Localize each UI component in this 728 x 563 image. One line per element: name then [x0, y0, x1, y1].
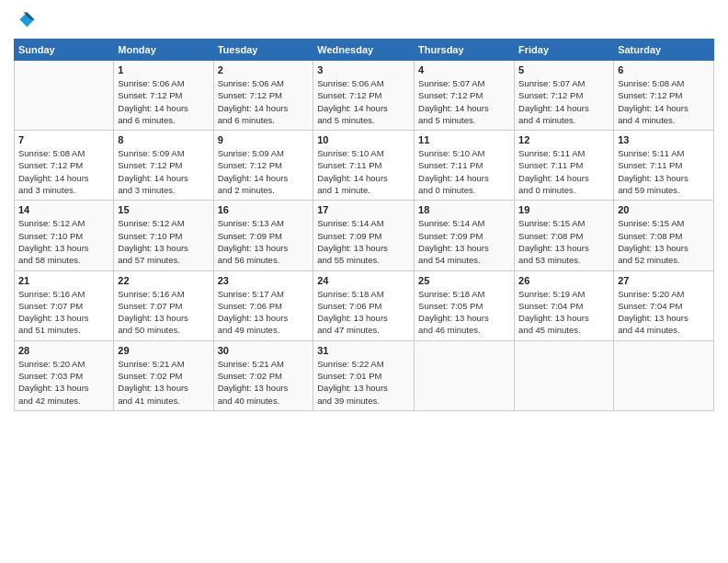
day-number: 14 — [18, 204, 109, 215]
calendar-cell — [15, 61, 114, 131]
day-info: Sunrise: 5:19 AM Sunset: 7:04 PM Dayligh… — [518, 288, 609, 337]
calendar-cell: 25Sunrise: 5:18 AM Sunset: 7:05 PM Dayli… — [415, 270, 515, 340]
day-number: 20 — [618, 204, 710, 215]
logo-icon — [14, 9, 36, 31]
calendar-cell: 26Sunrise: 5:19 AM Sunset: 7:04 PM Dayli… — [515, 270, 614, 340]
day-number: 15 — [118, 204, 209, 215]
day-info: Sunrise: 5:22 AM Sunset: 7:01 PM Dayligh… — [317, 358, 410, 407]
day-number: 8 — [118, 134, 209, 145]
day-info: Sunrise: 5:17 AM Sunset: 7:06 PM Dayligh… — [218, 288, 310, 337]
week-row-3: 14Sunrise: 5:12 AM Sunset: 7:10 PM Dayli… — [15, 201, 714, 270]
day-info: Sunrise: 5:11 AM Sunset: 7:11 PM Dayligh… — [618, 147, 710, 196]
day-number: 17 — [317, 204, 410, 215]
calendar-cell: 1Sunrise: 5:06 AM Sunset: 7:12 PM Daylig… — [114, 61, 213, 131]
calendar-cell: 22Sunrise: 5:16 AM Sunset: 7:07 PM Dayli… — [114, 270, 213, 340]
day-number: 22 — [118, 275, 209, 286]
day-info: Sunrise: 5:09 AM Sunset: 7:12 PM Dayligh… — [218, 147, 310, 196]
calendar-cell: 15Sunrise: 5:12 AM Sunset: 7:10 PM Dayli… — [114, 201, 213, 270]
day-info: Sunrise: 5:16 AM Sunset: 7:07 PM Dayligh… — [18, 288, 109, 337]
day-info: Sunrise: 5:16 AM Sunset: 7:07 PM Dayligh… — [118, 288, 209, 337]
day-number: 27 — [618, 275, 710, 286]
calendar-cell: 16Sunrise: 5:13 AM Sunset: 7:09 PM Dayli… — [213, 201, 313, 270]
calendar-cell: 3Sunrise: 5:06 AM Sunset: 7:12 PM Daylig… — [313, 61, 415, 131]
day-number: 30 — [218, 345, 310, 356]
calendar-cell: 19Sunrise: 5:15 AM Sunset: 7:08 PM Dayli… — [515, 201, 614, 270]
calendar-cell: 27Sunrise: 5:20 AM Sunset: 7:04 PM Dayli… — [614, 270, 714, 340]
day-number: 13 — [618, 134, 710, 145]
calendar-cell: 5Sunrise: 5:07 AM Sunset: 7:12 PM Daylig… — [515, 61, 614, 131]
header-cell-sunday: Sunday — [15, 40, 114, 61]
day-info: Sunrise: 5:11 AM Sunset: 7:11 PM Dayligh… — [518, 147, 609, 196]
calendar-cell: 14Sunrise: 5:12 AM Sunset: 7:10 PM Dayli… — [15, 201, 114, 270]
header-row: SundayMondayTuesdayWednesdayThursdayFrid… — [15, 40, 714, 61]
calendar-cell: 13Sunrise: 5:11 AM Sunset: 7:11 PM Dayli… — [614, 131, 714, 201]
header-cell-saturday: Saturday — [614, 40, 714, 61]
header-cell-thursday: Thursday — [415, 40, 515, 61]
calendar-cell: 17Sunrise: 5:14 AM Sunset: 7:09 PM Dayli… — [313, 201, 415, 270]
day-number: 12 — [518, 134, 609, 145]
day-info: Sunrise: 5:18 AM Sunset: 7:05 PM Dayligh… — [418, 288, 510, 337]
day-info: Sunrise: 5:12 AM Sunset: 7:10 PM Dayligh… — [18, 217, 109, 266]
header-cell-monday: Monday — [114, 40, 213, 61]
logo — [14, 9, 40, 31]
calendar-cell: 18Sunrise: 5:14 AM Sunset: 7:09 PM Dayli… — [415, 201, 515, 270]
day-info: Sunrise: 5:18 AM Sunset: 7:06 PM Dayligh… — [317, 288, 410, 337]
day-number: 16 — [218, 204, 310, 215]
day-info: Sunrise: 5:21 AM Sunset: 7:02 PM Dayligh… — [218, 358, 310, 407]
week-row-4: 21Sunrise: 5:16 AM Sunset: 7:07 PM Dayli… — [15, 270, 714, 340]
day-number: 1 — [118, 64, 209, 75]
day-info: Sunrise: 5:06 AM Sunset: 7:12 PM Dayligh… — [218, 77, 310, 126]
day-number: 18 — [418, 204, 510, 215]
day-info: Sunrise: 5:08 AM Sunset: 7:12 PM Dayligh… — [618, 77, 710, 126]
day-number: 29 — [118, 345, 209, 356]
day-info: Sunrise: 5:06 AM Sunset: 7:12 PM Dayligh… — [118, 77, 209, 126]
day-number: 25 — [418, 275, 510, 286]
day-info: Sunrise: 5:15 AM Sunset: 7:08 PM Dayligh… — [618, 217, 710, 266]
day-info: Sunrise: 5:14 AM Sunset: 7:09 PM Dayligh… — [418, 217, 510, 266]
week-row-2: 7Sunrise: 5:08 AM Sunset: 7:12 PM Daylig… — [15, 131, 714, 201]
day-number: 19 — [518, 204, 609, 215]
day-info: Sunrise: 5:15 AM Sunset: 7:08 PM Dayligh… — [518, 217, 609, 266]
calendar-cell: 10Sunrise: 5:10 AM Sunset: 7:11 PM Dayli… — [313, 131, 415, 201]
header-cell-tuesday: Tuesday — [213, 40, 313, 61]
day-number: 3 — [317, 64, 410, 75]
day-number: 23 — [218, 275, 310, 286]
page-header — [14, 9, 714, 31]
day-info: Sunrise: 5:20 AM Sunset: 7:03 PM Dayligh… — [18, 358, 109, 407]
week-row-1: 1Sunrise: 5:06 AM Sunset: 7:12 PM Daylig… — [15, 61, 714, 131]
day-number: 24 — [317, 275, 410, 286]
page-container: SundayMondayTuesdayWednesdayThursdayFrid… — [0, 0, 728, 420]
calendar-cell: 2Sunrise: 5:06 AM Sunset: 7:12 PM Daylig… — [213, 61, 313, 131]
calendar-cell: 9Sunrise: 5:09 AM Sunset: 7:12 PM Daylig… — [213, 131, 313, 201]
calendar-cell: 24Sunrise: 5:18 AM Sunset: 7:06 PM Dayli… — [313, 270, 415, 340]
calendar-cell: 7Sunrise: 5:08 AM Sunset: 7:12 PM Daylig… — [15, 131, 114, 201]
day-info: Sunrise: 5:07 AM Sunset: 7:12 PM Dayligh… — [518, 77, 609, 126]
calendar-cell: 29Sunrise: 5:21 AM Sunset: 7:02 PM Dayli… — [114, 340, 213, 410]
calendar-cell: 20Sunrise: 5:15 AM Sunset: 7:08 PM Dayli… — [614, 201, 714, 270]
calendar-cell: 30Sunrise: 5:21 AM Sunset: 7:02 PM Dayli… — [213, 340, 313, 410]
day-number: 31 — [317, 345, 410, 356]
day-number: 21 — [18, 275, 109, 286]
header-cell-friday: Friday — [515, 40, 614, 61]
calendar-cell: 12Sunrise: 5:11 AM Sunset: 7:11 PM Dayli… — [515, 131, 614, 201]
day-number: 6 — [618, 64, 710, 75]
calendar-cell: 21Sunrise: 5:16 AM Sunset: 7:07 PM Dayli… — [15, 270, 114, 340]
week-row-5: 28Sunrise: 5:20 AM Sunset: 7:03 PM Dayli… — [15, 340, 714, 410]
day-info: Sunrise: 5:10 AM Sunset: 7:11 PM Dayligh… — [317, 147, 410, 196]
day-info: Sunrise: 5:14 AM Sunset: 7:09 PM Dayligh… — [317, 217, 410, 266]
day-number: 9 — [218, 134, 310, 145]
calendar-cell: 31Sunrise: 5:22 AM Sunset: 7:01 PM Dayli… — [313, 340, 415, 410]
calendar-cell: 28Sunrise: 5:20 AM Sunset: 7:03 PM Dayli… — [15, 340, 114, 410]
day-number: 10 — [317, 134, 410, 145]
calendar-cell: 23Sunrise: 5:17 AM Sunset: 7:06 PM Dayli… — [213, 270, 313, 340]
day-info: Sunrise: 5:20 AM Sunset: 7:04 PM Dayligh… — [618, 288, 710, 337]
day-number: 5 — [518, 64, 609, 75]
day-info: Sunrise: 5:10 AM Sunset: 7:11 PM Dayligh… — [418, 147, 510, 196]
calendar-cell: 11Sunrise: 5:10 AM Sunset: 7:11 PM Dayli… — [415, 131, 515, 201]
day-info: Sunrise: 5:13 AM Sunset: 7:09 PM Dayligh… — [218, 217, 310, 266]
day-number: 7 — [18, 134, 109, 145]
calendar-cell — [415, 340, 515, 410]
day-info: Sunrise: 5:06 AM Sunset: 7:12 PM Dayligh… — [317, 77, 410, 126]
day-number: 28 — [18, 345, 109, 356]
calendar-cell: 6Sunrise: 5:08 AM Sunset: 7:12 PM Daylig… — [614, 61, 714, 131]
